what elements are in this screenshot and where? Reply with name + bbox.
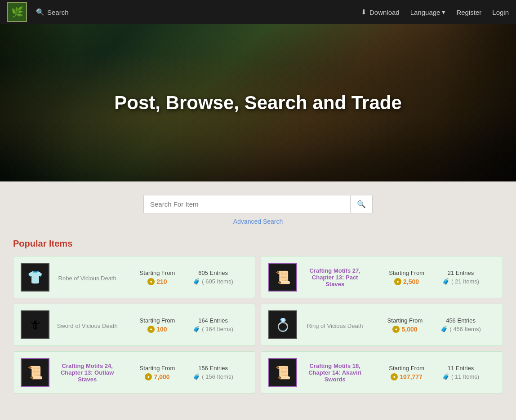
entries-label-6: 11 Entries [448, 365, 474, 371]
item-card-6[interactable]: 📜 Crafting Motifs 18, Chapter 14: Akavir… [261, 351, 503, 393]
item-card-1[interactable]: 👕 Robe of Vicious Death Starting From ● … [13, 256, 255, 298]
item-card-5[interactable]: 📜 Crafting Motifs 24, Chapter 13: Outlaw… [13, 351, 255, 393]
item-price-3: ● 100 [147, 326, 167, 333]
bag-icon-4: 🧳 [440, 326, 448, 332]
item-stats-4: Starting From ● 5,000 456 Entries 🧳 ( 45… [373, 317, 495, 333]
items-count-6: 🧳 ( 11 Items) [442, 373, 479, 380]
starting-from-label-2: Starting From [389, 270, 424, 276]
item-info-4: Ring of Vicious Death [304, 321, 365, 329]
item-price-block-2: Starting From ● 2,500 [389, 270, 424, 285]
item-price-block-1: Starting From ● 210 [140, 270, 175, 285]
entries-label-3: 164 Entries [198, 317, 228, 324]
item-thumb-3: 🗡 [21, 310, 49, 339]
item-entries-block-2: 21 Entries 🧳 ( 21 Items) [442, 270, 479, 285]
search-section: 🔍 Advanced Search [0, 195, 516, 225]
item-price-block-4: Starting From ● 5,000 [387, 317, 423, 333]
item-name-6: Crafting Motifs 18, Chapter 14: Akaviri … [304, 363, 365, 383]
hero-title: Post, Browse, Search and Trade [114, 92, 402, 114]
items-count-3: 🧳 ( 164 Items) [193, 326, 233, 332]
item-name-2: Crafting Motifs 27, Chapter 13: Pact Sta… [304, 267, 365, 287]
item-info-3: Sword of Vicious Death [57, 321, 118, 329]
item-card-4[interactable]: 💍 Ring of Vicious Death Starting From ● … [261, 304, 503, 346]
item-name-3: Sword of Vicious Death [57, 323, 118, 329]
download-link[interactable]: ⬇ Download [361, 8, 400, 16]
entries-label-4: 456 Entries [446, 317, 476, 324]
language-label: Language [410, 9, 440, 16]
search-nav-label: Search [47, 9, 69, 16]
item-stats-2: Starting From ● 2,500 21 Entries 🧳 ( 21 … [373, 270, 495, 285]
entries-label-2: 21 Entries [448, 270, 474, 276]
item-name-5: Crafting Motifs 24, Chapter 13: Outlaw S… [57, 363, 118, 383]
entries-label-5: 156 Entries [198, 365, 228, 371]
site-logo[interactable]: 🌿 [7, 2, 27, 22]
item-entries-block-3: 164 Entries 🧳 ( 164 Items) [193, 317, 233, 333]
items-count-2: 🧳 ( 21 Items) [442, 278, 479, 285]
starting-from-label-6: Starting From [389, 365, 424, 371]
starting-from-label-1: Starting From [140, 270, 175, 276]
search-bar[interactable]: 🔍 [143, 195, 373, 213]
item-name-4: Ring of Vicious Death [307, 323, 363, 329]
item-info-5: Crafting Motifs 24, Chapter 13: Outlaw S… [57, 363, 118, 383]
starting-from-label-5: Starting From [140, 365, 175, 371]
language-dropdown[interactable]: Language ▾ [410, 8, 446, 16]
item-thumb-4: 💍 [268, 310, 297, 339]
starting-from-label-4: Starting From [387, 317, 423, 324]
coin-icon-6: ● [391, 373, 398, 380]
bag-icon-2: 🧳 [442, 278, 449, 285]
search-nav-icon: 🔍 [36, 8, 44, 16]
item-info-1: Robe of Vicious Death [57, 273, 118, 282]
item-price-block-6: Starting From ● 107,777 [389, 365, 424, 380]
item-price-4: ● 5,000 [392, 326, 417, 333]
item-card-2[interactable]: 📜 Crafting Motifs 27, Chapter 13: Pact S… [261, 256, 503, 298]
item-price-1: ● 210 [147, 278, 167, 285]
search-submit-button[interactable]: 🔍 [350, 195, 372, 213]
item-info-2: Crafting Motifs 27, Chapter 13: Pact Sta… [304, 267, 365, 287]
bag-icon-3: 🧳 [193, 326, 200, 332]
items-count-4: 🧳 ( 456 Items) [440, 326, 480, 332]
bag-icon-6: 🧳 [442, 373, 449, 380]
navbar: 🌿 🔍 Search ⬇ Download Language ▾ Registe… [0, 0, 516, 24]
items-grid: 👕 Robe of Vicious Death Starting From ● … [13, 256, 503, 393]
item-info-6: Crafting Motifs 18, Chapter 14: Akaviri … [304, 363, 365, 383]
entries-label-1: 605 Entries [198, 270, 228, 276]
login-label: Login [492, 9, 509, 16]
starting-from-label-3: Starting From [140, 317, 175, 324]
item-price-block-5: Starting From ● 7,000 [140, 365, 175, 380]
item-price-5: ● 7,000 [145, 373, 169, 380]
popular-items-section: Popular Items 👕 Robe of Vicious Death St… [13, 239, 503, 393]
advanced-search-link[interactable]: Advanced Search [233, 218, 283, 225]
search-nav-button[interactable]: 🔍 Search [36, 8, 69, 16]
login-link[interactable]: Login [492, 9, 509, 16]
item-name-1: Robe of Vicious Death [58, 275, 116, 282]
item-price-2: ● 2,500 [394, 278, 419, 285]
coin-icon-2: ● [394, 278, 401, 285]
bag-icon-1: 🧳 [193, 278, 200, 285]
item-price-block-3: Starting From ● 100 [140, 317, 175, 333]
advanced-search-label: Advanced Search [233, 218, 283, 225]
item-stats-6: Starting From ● 107,777 11 Entries 🧳 ( 1… [373, 365, 495, 380]
item-thumb-2: 📜 [268, 263, 297, 292]
item-entries-block-1: 605 Entries 🧳 ( 605 Items) [193, 270, 233, 285]
logo-icon: 🌿 [11, 6, 23, 18]
coin-icon-3: ● [147, 326, 155, 333]
item-thumb-6: 📜 [268, 358, 297, 387]
items-count-1: 🧳 ( 605 Items) [193, 278, 233, 285]
register-link[interactable]: Register [456, 9, 481, 16]
item-entries-block-4: 456 Entries 🧳 ( 456 Items) [440, 317, 480, 333]
navbar-right: ⬇ Download Language ▾ Register Login [361, 8, 509, 16]
hero-banner: Post, Browse, Search and Trade [0, 24, 516, 181]
item-stats-5: Starting From ● 7,000 156 Entries 🧳 ( 15… [125, 365, 248, 380]
download-icon: ⬇ [361, 8, 367, 16]
search-input[interactable] [144, 196, 350, 212]
item-card-3[interactable]: 🗡 Sword of Vicious Death Starting From ●… [13, 304, 255, 346]
item-stats-3: Starting From ● 100 164 Entries 🧳 ( 164 … [125, 317, 248, 333]
item-entries-block-6: 11 Entries 🧳 ( 11 Items) [442, 365, 479, 380]
item-stats-1: Starting From ● 210 605 Entries 🧳 ( 605 … [125, 270, 248, 285]
register-label: Register [456, 9, 481, 16]
coin-icon-5: ● [145, 373, 152, 380]
popular-title: Popular Items [13, 239, 503, 249]
items-count-5: 🧳 ( 156 Items) [193, 373, 233, 380]
download-label: Download [369, 9, 400, 16]
item-thumb-5: 📜 [21, 358, 49, 387]
main-content: 🔍 Advanced Search Popular Items 👕 Robe o… [0, 181, 516, 420]
